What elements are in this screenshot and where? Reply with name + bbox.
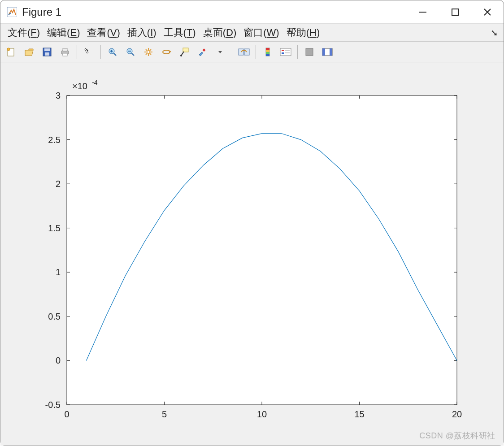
svg-point-20 — [147, 51, 150, 53]
menubar: 文件(F) 编辑(E) 查看(V) 插入(I) 工具(T) 桌面(D) 窗口(W… — [0, 24, 504, 42]
figure-canvas: -0.500.511.522.5305101520×10-4 — [4, 64, 500, 442]
svg-text:0: 0 — [64, 409, 69, 419]
svg-rect-9 — [45, 52, 49, 56]
svg-rect-8 — [44, 48, 50, 51]
brush-button[interactable] — [194, 44, 210, 60]
svg-point-24 — [180, 55, 182, 56]
titlebar: Figure 1 — [0, 0, 504, 24]
svg-rect-33 — [280, 48, 291, 56]
svg-rect-41 — [330, 48, 332, 56]
menu-window[interactable]: 窗口(W) — [243, 26, 279, 39]
svg-text:15: 15 — [354, 409, 364, 419]
svg-text:1: 1 — [56, 267, 61, 277]
toolbar-separator — [297, 45, 298, 59]
rotate3d-button[interactable] — [158, 44, 174, 60]
svg-rect-34 — [282, 50, 284, 51]
toolbar-separator — [256, 45, 256, 59]
window-title: Figure 1 — [22, 6, 61, 18]
dock-arrow-icon[interactable]: ➘ — [491, 27, 498, 38]
menu-view[interactable]: 查看(V) — [87, 26, 120, 39]
show-plot-tools-button[interactable] — [319, 44, 335, 60]
svg-rect-30 — [266, 50, 269, 52]
svg-point-21 — [163, 50, 170, 54]
menu-file[interactable]: 文件(F) — [8, 26, 40, 39]
zoom-in-button[interactable] — [104, 44, 121, 60]
svg-text:0: 0 — [56, 355, 61, 365]
svg-text:10: 10 — [257, 409, 267, 419]
svg-rect-42 — [67, 95, 457, 405]
menu-help[interactable]: 帮助(H) — [287, 26, 320, 39]
svg-line-18 — [131, 53, 134, 56]
hide-plot-tools-button[interactable] — [301, 44, 317, 60]
open-button[interactable] — [21, 44, 37, 60]
toolbar — [0, 42, 504, 62]
new-figure-button[interactable] — [3, 44, 19, 60]
svg-point-6 — [7, 48, 10, 51]
toolbar-separator — [77, 45, 77, 59]
minimize-button[interactable] — [407, 0, 439, 23]
toolbar-separator — [100, 45, 101, 59]
svg-text:×10: ×10 — [72, 81, 87, 91]
zoom-out-button[interactable] — [122, 44, 139, 60]
svg-rect-25 — [202, 48, 205, 52]
svg-text:2: 2 — [56, 179, 61, 189]
save-button[interactable] — [39, 44, 55, 60]
svg-text:5: 5 — [162, 409, 167, 419]
maximize-button[interactable] — [439, 0, 471, 23]
svg-rect-22 — [183, 48, 188, 52]
svg-text:3: 3 — [56, 91, 61, 100]
svg-rect-27 — [244, 49, 249, 55]
legend-button[interactable] — [278, 44, 294, 60]
svg-text:-4: -4 — [92, 79, 98, 86]
link-plot-button[interactable] — [236, 44, 252, 60]
pan-button[interactable] — [140, 44, 156, 60]
menu-tools[interactable]: 工具(T) — [164, 26, 196, 39]
svg-text:0.5: 0.5 — [48, 312, 61, 321]
svg-line-14 — [113, 53, 116, 56]
plot-area: -0.500.511.522.5305101520×10-4 CSDN @荔枝科… — [0, 62, 504, 446]
svg-rect-2 — [452, 9, 458, 15]
print-button[interactable] — [57, 44, 73, 60]
toolbar-separator — [232, 45, 232, 59]
brush-dropdown[interactable] — [212, 44, 228, 60]
menu-insert[interactable]: 插入(I) — [127, 26, 156, 39]
svg-rect-31 — [266, 52, 269, 54]
svg-text:1.5: 1.5 — [48, 223, 61, 233]
svg-rect-26 — [239, 49, 243, 55]
svg-rect-35 — [282, 52, 284, 54]
svg-rect-29 — [266, 48, 269, 50]
axes[interactable]: -0.500.511.522.5305101520×10-4 — [4, 64, 497, 436]
menu-desktop[interactable]: 桌面(D) — [203, 26, 237, 39]
matlab-icon — [7, 7, 17, 17]
menu-edit[interactable]: 编辑(E) — [47, 26, 80, 39]
svg-text:20: 20 — [452, 409, 462, 419]
figure-window: Figure 1 文件(F) 编辑(E) 查看(V) 插入(I) 工具(T) 桌… — [0, 0, 504, 446]
window-controls — [407, 0, 504, 23]
svg-rect-38 — [306, 48, 313, 56]
svg-rect-12 — [63, 53, 67, 56]
close-button[interactable] — [471, 0, 504, 23]
svg-rect-32 — [266, 54, 269, 56]
data-cursor-button[interactable] — [176, 44, 192, 60]
svg-text:-0.5: -0.5 — [45, 400, 61, 410]
svg-rect-40 — [322, 48, 325, 56]
svg-rect-11 — [63, 48, 67, 51]
edit-plot-button[interactable] — [81, 44, 97, 60]
colorbar-button[interactable] — [260, 44, 276, 60]
svg-text:2.5: 2.5 — [48, 135, 61, 145]
